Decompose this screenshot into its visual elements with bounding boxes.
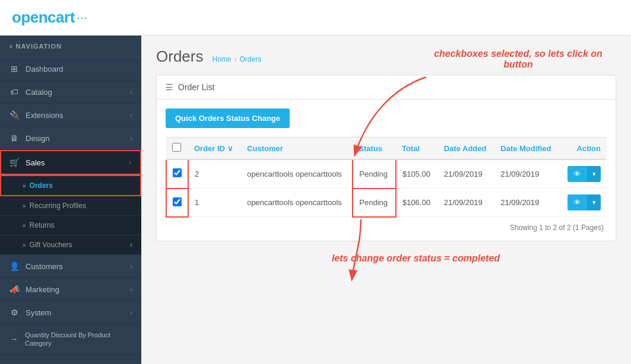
annotation-bottom: lets change order status = completed: [215, 253, 616, 264]
sidebar-label-marketing: Marketing: [26, 285, 59, 294]
table-row: 1 opencarttools opencarttools Pending $1…: [166, 189, 607, 217]
sidebar-label-customers: Customers: [26, 262, 63, 271]
row1-view-button[interactable]: 👁: [567, 166, 587, 182]
sidebar-label-catalog: Catalog: [26, 88, 52, 97]
row2-total: $106.00: [396, 189, 438, 217]
quick-orders-status-change-button[interactable]: Quick Orders Status Change: [166, 108, 290, 128]
row2-date-added: 21/09/2019: [438, 189, 495, 217]
col-header-total: Total: [396, 138, 438, 160]
design-arrow-icon: ›: [130, 135, 132, 142]
gift-arrow-icon: ›: [130, 241, 132, 249]
sidebar-item-dashboard[interactable]: ⊞ Dashboard: [0, 58, 141, 81]
row1-status: Pending: [353, 159, 396, 189]
card-header: ☰ Order List: [157, 75, 616, 100]
sidebar-label-system: System: [26, 308, 51, 317]
orders-dot-icon: »: [23, 183, 26, 189]
breadcrumb-separator: ›: [234, 55, 236, 63]
orders-table: Order ID ∨ Customer Status Total Date Ad…: [166, 137, 607, 218]
card-header-label: Order List: [178, 82, 214, 92]
row2-dropdown-button[interactable]: ▾: [587, 194, 601, 210]
row2-action: 👁 ▾: [560, 189, 607, 217]
row2-date-modified: 21/09/2019: [494, 189, 560, 217]
sidebar: ≡ NAVIGATION ⊞ Dashboard 🏷 Catalog › 🔌 E…: [0, 36, 141, 364]
app-body: ≡ NAVIGATION ⊞ Dashboard 🏷 Catalog › 🔌 E…: [0, 36, 631, 364]
marketing-icon: 📣: [9, 285, 20, 294]
customers-icon: 👤: [9, 261, 20, 271]
logo-text: opencart: [12, 8, 75, 27]
logo: opencart ···: [12, 8, 87, 27]
card-body: Quick Orders Status Change Order ID ∨ Cu…: [157, 100, 616, 241]
sidebar-sub-label-recurring: Recurring Profiles: [30, 202, 86, 210]
sidebar-label-design: Design: [26, 134, 49, 143]
system-arrow-icon: ›: [130, 309, 132, 316]
row1-checkbox[interactable]: [173, 168, 182, 177]
breadcrumb: Home › Orders: [212, 55, 261, 63]
sidebar-item-quantity-discount[interactable]: → Quantity Discount By Product Category: [0, 324, 141, 355]
page-title: Orders: [156, 47, 203, 66]
select-all-checkbox[interactable]: [172, 143, 181, 152]
row1-date-added: 21/09/2019: [438, 159, 495, 189]
sidebar-label-dashboard: Dashboard: [26, 65, 64, 74]
sidebar-sub-item-returns[interactable]: » Returns: [0, 216, 141, 235]
sidebar-item-marketing[interactable]: 📣 Marketing ›: [0, 278, 141, 301]
breadcrumb-orders[interactable]: Orders: [239, 55, 261, 63]
sidebar-sub-item-recurring-profiles[interactable]: » Recurring Profiles: [0, 196, 141, 216]
col-header-checkbox: [166, 138, 188, 160]
sidebar-label-quantity: Quantity Discount By Product Category: [25, 331, 132, 348]
row1-order-id: 2: [188, 159, 241, 189]
row1-checkbox-cell: [166, 159, 188, 189]
list-icon: ☰: [166, 82, 173, 92]
col-header-date-modified: Date Modified: [494, 138, 560, 160]
annotation-top: checkboxes selected, so lets click on bu…: [429, 49, 607, 70]
row1-action: 👁 ▾: [560, 159, 607, 189]
row2-status: Pending: [353, 189, 396, 217]
sidebar-item-sales[interactable]: 🛒 Sales ›: [0, 150, 141, 175]
sales-icon: 🛒: [9, 158, 20, 167]
sidebar-sub-item-orders[interactable]: » Orders: [0, 175, 141, 196]
row2-action-group: 👁 ▾: [566, 194, 601, 210]
sidebar-sub-label-gift: Gift Vouchers: [30, 241, 72, 249]
returns-dot-icon: »: [23, 222, 26, 229]
row1-total: $105.00: [396, 159, 438, 189]
row1-date-modified: 21/09/2019: [494, 159, 560, 189]
system-icon: ⚙: [9, 308, 20, 317]
col-header-order-id[interactable]: Order ID ∨: [188, 138, 241, 160]
design-icon: 🖥: [9, 133, 20, 143]
order-list-card: ☰ Order List Quick Orders Status Change …: [156, 75, 616, 241]
catalog-icon: 🏷: [9, 87, 20, 97]
row1-action-group: 👁 ▾: [566, 166, 601, 182]
extensions-arrow-icon: ›: [130, 111, 132, 119]
row1-customer: opencarttools opencarttools: [241, 159, 353, 189]
row2-customer: opencarttools opencarttools: [241, 189, 353, 217]
sidebar-item-extensions[interactable]: 🔌 Extensions ›: [0, 104, 141, 127]
main-content: Orders Home › Orders checkboxes selected…: [141, 36, 631, 364]
sidebar-item-design[interactable]: 🖥 Design ›: [0, 127, 141, 150]
row2-checkbox-cell: [166, 189, 188, 217]
quantity-icon: →: [9, 334, 19, 344]
sidebar-sub-item-gift-vouchers[interactable]: » Gift Vouchers ›: [0, 235, 141, 255]
sales-arrow-icon: ›: [129, 159, 131, 166]
dashboard-icon: ⊞: [9, 64, 20, 74]
pagination-info: Showing 1 to 2 of 2 (1 Pages): [166, 218, 607, 232]
catalog-arrow-icon: ›: [130, 88, 132, 95]
header: opencart ···: [0, 0, 631, 36]
sidebar-sub-label-orders: Orders: [30, 181, 53, 190]
sidebar-label-sales: Sales: [26, 158, 45, 167]
sidebar-item-customers[interactable]: 👤 Customers ›: [0, 255, 141, 278]
row1-dropdown-button[interactable]: ▾: [587, 166, 601, 182]
marketing-arrow-icon: ›: [130, 286, 132, 293]
sales-submenu: » Orders » Recurring Profiles » Returns …: [0, 175, 141, 255]
gift-dot-icon: »: [23, 242, 26, 248]
extensions-icon: 🔌: [9, 110, 20, 120]
col-header-customer[interactable]: Customer: [241, 138, 353, 160]
col-header-date-added: Date Added: [438, 138, 495, 160]
breadcrumb-home[interactable]: Home: [212, 55, 231, 63]
sidebar-label-extensions: Extensions: [26, 111, 64, 120]
customers-arrow-icon: ›: [130, 263, 132, 270]
col-header-status: Status: [353, 138, 396, 160]
sidebar-item-system[interactable]: ⚙ System ›: [0, 301, 141, 324]
row2-view-button[interactable]: 👁: [567, 194, 587, 210]
sidebar-item-catalog[interactable]: 🏷 Catalog ›: [0, 81, 141, 104]
row2-checkbox[interactable]: [173, 197, 182, 206]
col-header-action: Action: [560, 138, 607, 160]
